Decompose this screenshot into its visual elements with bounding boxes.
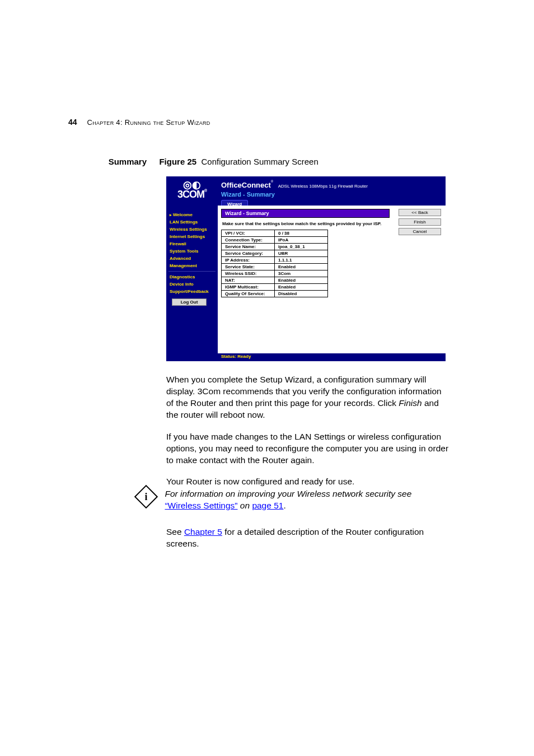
wizard-title: Wizard - Summary — [221, 191, 440, 198]
summary-table: VPI / VCI:0 / 38Connection Type:IPoAServ… — [221, 230, 328, 297]
brand-logo: ◎◐ 3COM® — [166, 176, 218, 207]
summary-value: 3Com — [275, 270, 328, 277]
figure-caption: Figure 25 Configuration Summary Screen — [159, 157, 318, 166]
finish-button[interactable]: Finish — [399, 218, 441, 226]
summary-value: Enabled — [275, 277, 328, 284]
section-heading: Summary — [68, 157, 157, 166]
summary-key: NAT: — [222, 277, 275, 284]
summary-key: Service Name: — [222, 244, 275, 250]
summary-key: Quality Of Service: — [222, 291, 275, 297]
summary-value: Enabled — [275, 264, 328, 270]
summary-value: UBR — [275, 250, 328, 257]
wizard-buttons: << Back Finish Cancel — [399, 209, 441, 235]
finish-word: Finish — [399, 398, 421, 408]
running-header: 44 Chapter 4: Running the Setup Wizard — [68, 118, 210, 127]
body-text: When you complete the Setup Wizard, a co… — [166, 374, 451, 498]
info-icon: i — [134, 485, 158, 508]
summary-key: IP Address: — [222, 257, 275, 264]
link-page-51[interactable]: page 51 — [252, 501, 283, 510]
sidebar-item[interactable]: Welcome — [166, 211, 218, 218]
sidebar-divider — [168, 271, 216, 272]
summary-value: Enabled — [275, 284, 328, 291]
table-row: Service Name:ipoa_0_38_1 — [222, 244, 328, 250]
logo-icon: ◎◐ — [166, 181, 218, 189]
sidebar-item[interactable]: Diagnostics — [166, 273, 218, 281]
sidebar-item[interactable]: Wireless Settings — [166, 226, 218, 233]
sidebar-item[interactable]: System Tools — [166, 248, 218, 255]
sidebar-item[interactable]: LAN Settings — [166, 218, 218, 226]
table-row: NAT:Enabled — [222, 277, 328, 284]
summary-value: 0 / 38 — [275, 230, 328, 237]
back-button[interactable]: << Back — [399, 209, 441, 216]
figure-number: Figure 25 — [159, 157, 196, 166]
link-wireless-settings[interactable]: “Wireless Settings” — [165, 501, 237, 510]
product-name: OfficeConnect — [221, 181, 271, 189]
table-row: Wireless SSID:3Com — [222, 270, 328, 277]
summary-key: Connection Type: — [222, 237, 275, 244]
summary-value: IPoA — [275, 237, 328, 244]
logout-button[interactable]: Log Out — [172, 298, 207, 306]
summary-key: Service State: — [222, 264, 275, 270]
summary-key: Wireless SSID: — [222, 270, 275, 277]
table-row: IP Address:1.1.1.1 — [222, 257, 328, 264]
product-subtitle: ADSL Wireless 108Mbps 11g Firewall Route… — [278, 184, 368, 189]
sidebar-item[interactable]: Firewall — [166, 240, 218, 248]
chapter-title: Chapter 4: Running the Setup Wizard — [87, 118, 210, 127]
paragraph-4: See Chapter 5 for a detailed description… — [166, 526, 451, 550]
app-header: OfficeConnect® ADSL Wireless 108Mbps 11g… — [218, 176, 446, 206]
info-text: For information on improving your Wirele… — [165, 488, 444, 512]
summary-value: 1.1.1.1 — [275, 257, 328, 264]
summary-key: Service Category: — [222, 250, 275, 257]
page-number: 44 — [68, 118, 77, 127]
sidebar-item[interactable]: Support/Feedback — [166, 288, 218, 295]
table-row: Service Category:UBR — [222, 250, 328, 257]
paragraph-2: If you have made changes to the LAN Sett… — [166, 431, 451, 466]
paragraph-1: When you complete the Setup Wizard, a co… — [166, 374, 451, 421]
sidebar-item[interactable]: Management — [166, 262, 218, 269]
sidebar: WelcomeLAN SettingsWireless SettingsInte… — [166, 207, 218, 353]
summary-value: Disabled — [275, 291, 328, 297]
brand-text: 3COM — [177, 189, 204, 200]
screenshot: ◎◐ 3COM® OfficeConnect® ADSL Wireless 10… — [166, 176, 446, 361]
sidebar-item[interactable]: Device Info — [166, 281, 218, 288]
table-row: Connection Type:IPoA — [222, 237, 328, 244]
table-row: Quality Of Service:Disabled — [222, 291, 328, 297]
panel-title: Wizard - Summary — [221, 209, 390, 218]
sidebar-item[interactable]: Advanced — [166, 255, 218, 262]
table-row: IGMP Multicast:Enabled — [222, 284, 328, 291]
sidebar-item[interactable]: Internet Settings — [166, 233, 218, 240]
status-bar: Status: Ready — [218, 353, 446, 361]
cancel-button[interactable]: Cancel — [399, 228, 441, 235]
summary-value: ipoa_0_38_1 — [275, 244, 328, 250]
paragraph-3: Your Router is now configured and ready … — [166, 476, 451, 488]
summary-key: VPI / VCI: — [222, 230, 275, 237]
link-chapter-5[interactable]: Chapter 5 — [184, 527, 222, 536]
figure-title: Configuration Summary Screen — [201, 157, 318, 166]
table-row: Service State:Enabled — [222, 264, 328, 270]
summary-key: IGMP Multicast: — [222, 284, 275, 291]
table-row: VPI / VCI:0 / 38 — [222, 230, 328, 237]
info-note: i For information on improving your Wire… — [138, 488, 451, 512]
